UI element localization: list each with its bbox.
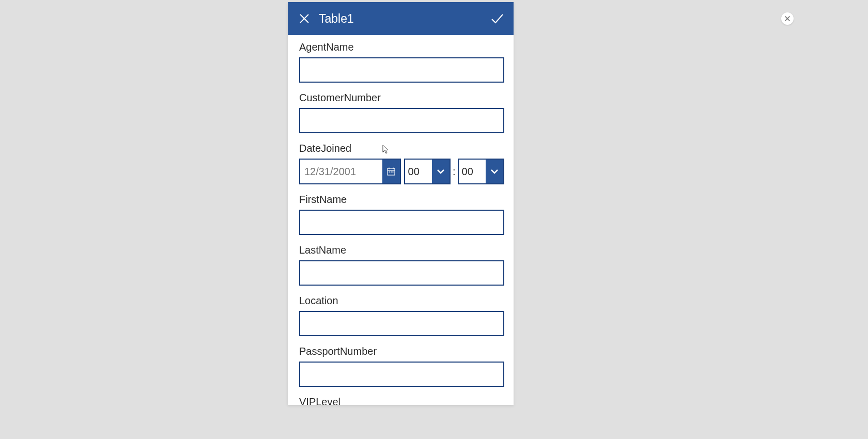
customernumber-label: CustomerNumber — [299, 92, 503, 104]
close-button[interactable] — [294, 8, 315, 29]
form-body[interactable]: AgentName CustomerNumber DateJoined 12/3… — [288, 35, 514, 405]
customernumber-input[interactable] — [299, 108, 504, 133]
field-firstname: FirstName — [299, 194, 503, 235]
field-customernumber: CustomerNumber — [299, 92, 503, 133]
firstname-label: FirstName — [299, 194, 503, 206]
passportnumber-label: PassportNumber — [299, 346, 503, 357]
chevron-down-icon — [436, 167, 445, 176]
location-input[interactable] — [299, 311, 504, 336]
date-picker[interactable]: 12/31/2001 — [299, 159, 401, 184]
form-panel: Table1 AgentName CustomerNumber DateJoin… — [288, 2, 514, 405]
close-icon — [299, 13, 310, 24]
calendar-button[interactable] — [382, 160, 400, 183]
field-lastname: LastName — [299, 244, 503, 286]
passportnumber-input[interactable] — [299, 362, 504, 387]
form-title: Table1 — [319, 12, 487, 26]
svg-rect-7 — [391, 171, 392, 173]
agentname-label: AgentName — [299, 41, 503, 53]
field-agentname: AgentName — [299, 41, 503, 83]
agentname-input[interactable] — [299, 57, 504, 83]
hour-picker[interactable]: 00 — [404, 159, 451, 184]
field-passportnumber: PassportNumber — [299, 346, 503, 387]
minute-dropdown-button[interactable] — [486, 160, 503, 183]
check-icon — [490, 11, 504, 26]
calendar-icon — [387, 167, 395, 176]
datejoined-row: 12/31/2001 00 — [299, 159, 504, 184]
close-icon — [784, 15, 791, 22]
form-header: Table1 — [288, 2, 514, 35]
time-separator: : — [453, 166, 456, 178]
minute-value: 00 — [459, 160, 486, 183]
location-label: Location — [299, 295, 503, 307]
viplevel-label: VIPLevel — [299, 396, 503, 405]
lastname-input[interactable] — [299, 260, 504, 286]
overlay-close-button[interactable] — [781, 12, 794, 25]
date-placeholder-text: 12/31/2001 — [300, 160, 382, 183]
submit-button[interactable] — [487, 8, 507, 29]
hour-dropdown-button[interactable] — [432, 160, 450, 183]
field-location: Location — [299, 295, 503, 336]
minute-picker[interactable]: 00 — [458, 159, 504, 184]
svg-rect-6 — [389, 171, 390, 173]
chevron-down-icon — [490, 167, 499, 176]
svg-rect-8 — [392, 171, 393, 173]
lastname-label: LastName — [299, 244, 503, 256]
hour-value: 00 — [405, 160, 432, 183]
field-datejoined: DateJoined 12/31/2001 — [299, 143, 503, 184]
datejoined-label: DateJoined — [299, 143, 503, 154]
firstname-input[interactable] — [299, 210, 504, 235]
field-viplevel: VIPLevel — [299, 396, 503, 405]
